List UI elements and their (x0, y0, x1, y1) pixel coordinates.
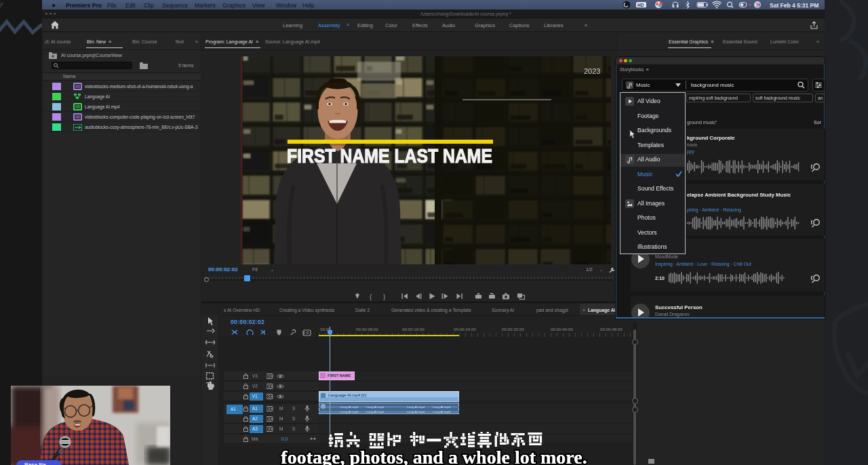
svg-text:HD: HD (637, 3, 644, 7)
svg-text:}: } (383, 293, 385, 300)
svg-text:FIRST NAME LAST NAME: FIRST NAME LAST NAME (287, 144, 492, 167)
svg-text:2023: 2023 (584, 67, 600, 75)
svg-text:{: { (370, 293, 372, 300)
